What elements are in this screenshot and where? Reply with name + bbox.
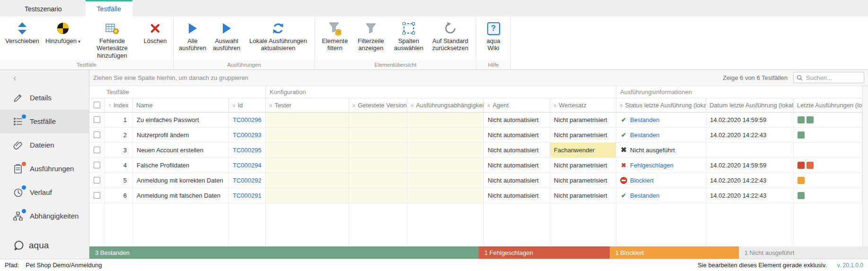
elemente-filtern-button[interactable]: Elemente filtern — [318, 18, 352, 53]
cell-id[interactable]: TC000291 — [229, 188, 266, 203]
execution-square[interactable] — [798, 177, 805, 184]
header-agent[interactable]: Agent — [484, 98, 550, 113]
column-menu-icon[interactable] — [232, 102, 235, 109]
cell-name[interactable]: Anmeldung mit falschen Daten — [133, 188, 229, 203]
execution-square[interactable] — [807, 116, 814, 123]
cell-tester[interactable] — [266, 173, 349, 188]
hinzufuegen-button[interactable]: Hinzufügen — [42, 18, 84, 45]
cell-id[interactable]: TC000293 — [229, 128, 266, 143]
cell-wertesatz[interactable]: Nicht parametrisiert — [550, 158, 616, 173]
cell-id[interactable]: TC000295 — [229, 143, 266, 158]
header-letzte-ausfuehrungen[interactable]: Letzte Ausführungen (lokal) — [794, 98, 862, 113]
sidebar-item-testfaelle[interactable]: Testfälle — [0, 110, 89, 133]
cell-status[interactable]: Bestanden — [616, 188, 706, 203]
column-menu-icon[interactable] — [487, 102, 490, 109]
cell-dependency[interactable] — [407, 128, 484, 143]
sidebar-item-ausfuehrungen[interactable]: Ausführungen — [0, 157, 89, 181]
search-input[interactable] — [805, 74, 861, 82]
cell-wertesatz[interactable]: Nicht parametrisiert — [550, 113, 616, 128]
alle-ausfuehren-button[interactable]: Alle ausführen — [176, 18, 209, 53]
cell-dependency[interactable] — [407, 188, 484, 203]
fehlende-wertesaetze-button[interactable]: Fehlende Wertesätze hinzufügen — [84, 18, 140, 60]
cell-id[interactable]: TC000292 — [229, 173, 266, 188]
column-menu-icon[interactable] — [352, 102, 355, 109]
cell-tester[interactable] — [266, 113, 349, 128]
column-menu-icon[interactable] — [620, 102, 623, 109]
cell-status[interactable]: Blockiert — [616, 173, 706, 188]
lokale-ausfuehrungen-aktualisieren-button[interactable]: Lokale Ausführungen aktualisieren — [245, 18, 312, 53]
cell-name[interactable]: Nutzerprofil ändern — [133, 128, 229, 143]
row-checkbox[interactable] — [94, 162, 100, 168]
sort-ascending-icon[interactable] — [108, 102, 111, 109]
cell-status[interactable]: Bestanden — [616, 128, 706, 143]
header-wertesatz[interactable]: Wertesatz — [550, 98, 616, 113]
cell-agent[interactable]: Nicht automatisiert — [484, 143, 550, 158]
filterzeile-anzeigen-button[interactable]: Filterzeile anzeigen — [352, 18, 390, 53]
sidebar-item-abhaengigkeiten[interactable]: Abhängigkeiten — [0, 204, 89, 228]
header-name[interactable]: Name — [133, 98, 229, 113]
cell-version[interactable] — [349, 173, 407, 188]
cell-tester[interactable] — [266, 188, 349, 203]
cell-wertesatz[interactable]: Nicht parametrisiert — [550, 128, 616, 143]
cell-agent[interactable]: Nicht automatisiert — [484, 128, 550, 143]
select-all-checkbox[interactable] — [94, 102, 100, 108]
header-tester[interactable]: Tester — [266, 98, 349, 113]
cell-dependency[interactable] — [407, 173, 484, 188]
cell-name[interactable]: Anmeldung mit korrekten Daten — [133, 173, 229, 188]
header-getestete-version[interactable]: Getestete Version — [349, 98, 407, 113]
row-checkbox[interactable] — [94, 177, 100, 184]
cell-agent[interactable]: Nicht automatisiert — [484, 188, 550, 203]
aqua-wiki-button[interactable]: aqua Wiki — [479, 18, 508, 53]
cell-version[interactable] — [349, 143, 407, 158]
row-checkbox[interactable] — [94, 192, 100, 199]
header-status[interactable]: Status letzte Ausführung (lokal) — [616, 98, 706, 113]
tab-testszenario[interactable]: Testszenario — [13, 0, 73, 17]
loeschen-button[interactable]: Löschen — [140, 18, 170, 45]
cell-wertesatz[interactable]: Fachanwender — [550, 143, 616, 158]
sidebar-item-dateien[interactable]: Dateien — [0, 133, 89, 157]
cell-id[interactable]: TC000296 — [229, 113, 266, 128]
cell-agent[interactable]: Nicht automatisiert — [484, 158, 550, 173]
sidebar-collapse-button[interactable]: ‹ — [0, 70, 89, 86]
execution-square[interactable] — [807, 162, 814, 169]
spalten-auswaehlen-button[interactable]: Spalten auswählen — [390, 18, 428, 53]
dropdown-caret-icon[interactable] — [77, 37, 80, 44]
cell-version[interactable] — [349, 188, 407, 203]
row-checkbox[interactable] — [94, 116, 100, 123]
cell-agent[interactable]: Nicht automatisiert — [484, 173, 550, 188]
cell-version[interactable] — [349, 158, 407, 173]
execution-square[interactable] — [798, 192, 805, 199]
verschieben-button[interactable]: Verschieben — [3, 18, 42, 45]
cell-dependency[interactable] — [407, 113, 484, 128]
execution-square[interactable] — [798, 116, 805, 123]
row-checkbox[interactable] — [94, 131, 100, 138]
header-index[interactable]: Index — [105, 98, 133, 113]
cell-wertesatz[interactable]: Nicht parametrisiert — [550, 188, 616, 203]
cell-dependency[interactable] — [407, 158, 484, 173]
header-id[interactable]: Id — [229, 98, 266, 113]
cell-id[interactable]: TC000294 — [229, 158, 266, 173]
column-menu-icon[interactable] — [269, 102, 272, 109]
auf-standard-zuruecksetzen-button[interactable]: Auf Standard zurücksetzen — [428, 18, 473, 53]
header-datum[interactable]: Datum letzte Ausführung (lokal) — [706, 98, 794, 113]
execution-square[interactable] — [798, 162, 805, 169]
cell-tester[interactable] — [266, 128, 349, 143]
header-ausfuehrungsabhaengigkeit[interactable]: Ausführungsabhängigkeit — [407, 98, 484, 113]
column-menu-icon[interactable] — [553, 102, 556, 109]
cell-version[interactable] — [349, 128, 407, 143]
cell-agent[interactable]: Nicht automatisiert — [484, 113, 550, 128]
cell-name[interactable]: Neuen Account erstellen — [133, 143, 229, 158]
cell-tester[interactable] — [266, 158, 349, 173]
cell-wertesatz[interactable]: Nicht parametrisiert — [550, 173, 616, 188]
sidebar-item-verlauf[interactable]: Verlauf — [0, 181, 89, 204]
cell-dependency[interactable] — [407, 143, 484, 158]
cell-status[interactable]: Bestanden — [616, 113, 706, 128]
cell-version[interactable] — [349, 113, 407, 128]
row-checkbox[interactable] — [94, 147, 100, 153]
auswahl-ausfuehren-button[interactable]: Auswahl ausführen — [209, 18, 245, 53]
sidebar-item-details[interactable]: Details — [0, 86, 89, 110]
cell-name[interactable]: Zu einfaches Passwort — [133, 113, 229, 128]
cell-tester[interactable] — [266, 143, 349, 158]
tab-testfaelle[interactable]: Testfälle — [86, 0, 132, 17]
vertical-scrollbar[interactable] — [862, 86, 868, 246]
